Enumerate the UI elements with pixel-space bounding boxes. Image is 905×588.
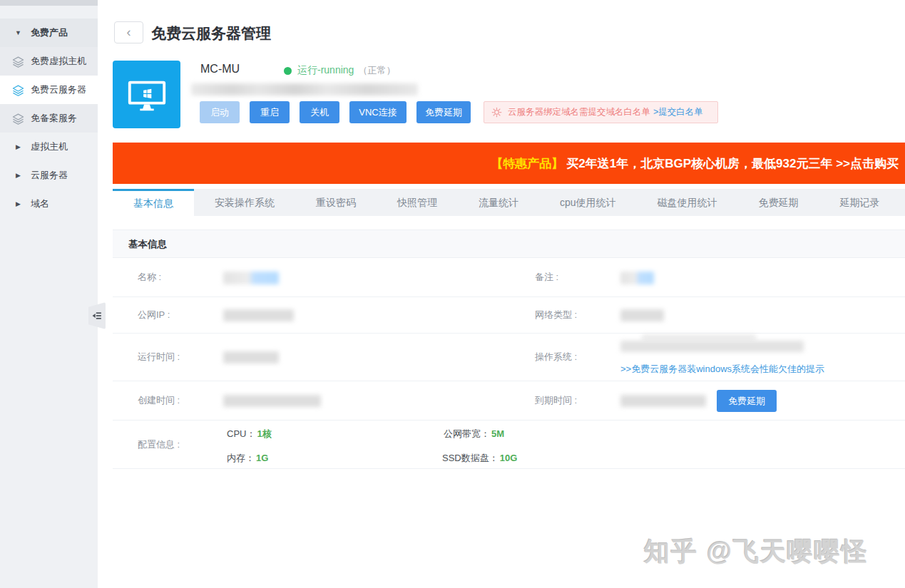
info-row-name-remark: 名称 : 备注 : <box>113 258 905 297</box>
sidebar-item-virtual-host[interactable]: ▶ 虚拟主机 <box>0 133 98 161</box>
sidebar-item-label: 免费虚拟主机 <box>31 55 86 68</box>
info-row-config: 配置信息 : CPU：1核 公网带宽：5M 内存：1G SSD数据盘：10G <box>113 421 905 469</box>
redacted-uptime-value <box>223 351 279 363</box>
network-type-label: 网络类型 : <box>535 309 577 321</box>
redacted-remark-value <box>620 272 654 284</box>
tab-disk-stats[interactable]: 磁盘使用统计 <box>637 189 738 216</box>
tab-cpu-stats[interactable]: cpu使用统计 <box>539 189 637 216</box>
layers-icon <box>12 113 24 125</box>
uptime-label: 运行时间 : <box>138 351 180 363</box>
ssd-value: 10G <box>500 453 518 463</box>
tab-reset-password[interactable]: 重设密码 <box>295 189 377 216</box>
sidebar-item-label: 虚拟主机 <box>31 140 68 153</box>
vnc-connect-button[interactable]: VNC连接 <box>349 101 407 123</box>
chevron-right-icon: ▶ <box>12 141 24 153</box>
server-name: MC-MU <box>200 63 240 76</box>
status-dot-icon <box>284 67 292 75</box>
sidebar-item-free-cloud-server[interactable]: 免费云服务器 <box>0 76 98 104</box>
windows-server-icon <box>113 61 180 128</box>
sidebar-item-domain[interactable]: ▶ 域名 <box>0 190 98 218</box>
redacted-created-value <box>223 395 321 407</box>
config-label: 配置信息 : <box>138 438 180 451</box>
os-label: 操作系统 : <box>535 351 577 363</box>
bandwidth-spec: 公网带宽：5M <box>444 428 504 440</box>
bandwidth-label: 公网带宽： <box>444 428 490 439</box>
remark-label: 备注 : <box>535 271 558 284</box>
sidebar-item-label: 免费云服务器 <box>31 83 86 96</box>
memory-spec: 内存：1G <box>227 452 268 465</box>
redacted-expire-value <box>620 395 706 407</box>
free-renewal-inline-button[interactable]: 免费延期 <box>717 390 777 412</box>
tab-bar: 基本信息 安装操作系统 重设密码 快照管理 流量统计 cpu使用统计 磁盘使用统… <box>113 189 905 216</box>
redacted-os-value <box>620 341 804 352</box>
tab-basic-info[interactable]: 基本信息 <box>113 189 194 216</box>
promo-highlight: 【特惠产品】 <box>491 155 563 172</box>
zhihu-watermark: 知乎 @飞天嘤嘤怪 <box>644 535 869 569</box>
redacted-server-details <box>191 83 418 96</box>
promo-text: 买2年送1年，北京BGP核心机房，最低932元三年 >>点击购买 <box>566 155 899 172</box>
sidebar-item-label: 免费产品 <box>31 26 68 39</box>
page: ▼ 免费产品 免费虚拟主机 免费云服务器 免备案服务 <box>0 0 905 588</box>
info-row-ip-network: 公网IP : 网络类型 : <box>113 297 905 334</box>
layers-icon <box>12 56 24 68</box>
cpu-label: CPU： <box>227 428 255 439</box>
sidebar-item-free-icp-service[interactable]: 免备案服务 <box>0 104 98 133</box>
redacted-ip-value <box>223 309 294 321</box>
collapse-menu-icon <box>92 311 102 321</box>
back-button[interactable]: ‹ <box>114 21 143 43</box>
status-text: 运行-running <box>297 64 354 77</box>
notice-text: 云服务器绑定域名需提交域名白名单 <box>508 106 650 118</box>
sidebar-item-free-products[interactable]: ▼ 免费产品 <box>0 19 98 47</box>
sidebar-item-cloud-server[interactable]: ▶ 云服务器 <box>0 161 98 190</box>
created-label: 创建时间 : <box>138 394 180 407</box>
submit-whitelist-link[interactable]: >提交白名单 <box>653 106 703 118</box>
memory-label: 内存： <box>227 453 255 463</box>
tab-install-os[interactable]: 安装操作系统 <box>194 189 295 216</box>
cpu-value: 1核 <box>257 428 271 439</box>
page-title: 免费云服务器管理 <box>151 24 271 43</box>
name-label: 名称 : <box>138 271 161 284</box>
free-renewal-button[interactable]: 免费延期 <box>416 101 471 123</box>
info-row-created-expire: 创建时间 : 到期时间 : 免费延期 <box>113 381 905 421</box>
sidebar: ▼ 免费产品 免费虚拟主机 免费云服务器 免备案服务 <box>0 0 98 588</box>
cpu-spec: CPU：1核 <box>227 428 272 440</box>
restart-button[interactable]: 重启 <box>250 101 290 123</box>
chevron-down-icon: ▼ <box>12 27 24 39</box>
sidebar-item-label: 免备案服务 <box>31 112 77 125</box>
expire-label: 到期时间 : <box>535 394 577 407</box>
promo-banner[interactable]: 【特惠产品】 买2年送1年，北京BGP核心机房，最低932元三年 >>点击购买 <box>113 143 905 184</box>
ssd-label: SSD数据盘： <box>442 453 498 463</box>
tab-snapshot[interactable]: 快照管理 <box>377 189 458 216</box>
whitelist-notice: 云服务器绑定域名需提交域名白名单 >提交白名单 <box>484 101 718 123</box>
redacted-name-value <box>223 272 279 284</box>
sidebar-item-free-virtual-host[interactable]: 免费虚拟主机 <box>0 47 98 76</box>
bandwidth-value: 5M <box>491 428 504 439</box>
ssd-spec: SSD数据盘：10G <box>442 452 517 465</box>
start-button[interactable]: 启动 <box>200 101 240 123</box>
windows-performance-tip-link[interactable]: >>免费云服务器装windows系统会性能欠佳的提示 <box>620 363 824 376</box>
server-status: 运行-running （正常） <box>284 64 395 77</box>
sidebar-item-label: 域名 <box>31 197 49 210</box>
sidebar-top-strip <box>0 0 98 6</box>
status-note: （正常） <box>358 64 395 77</box>
memory-value: 1G <box>256 453 268 463</box>
chevron-right-icon: ▶ <box>12 198 24 210</box>
shutdown-button[interactable]: 关机 <box>300 101 339 123</box>
sidebar-menu: ▼ 免费产品 免费虚拟主机 免费云服务器 免备案服务 <box>0 19 98 218</box>
info-row-uptime-os: 运行时间 : 操作系统 : >>免费云服务器装windows系统会性能欠佳的提示 <box>113 334 905 381</box>
tab-traffic-stats[interactable]: 流量统计 <box>458 189 539 216</box>
public-ip-label: 公网IP : <box>138 309 170 321</box>
lightbulb-icon <box>491 107 502 118</box>
chevron-right-icon: ▶ <box>12 170 24 182</box>
section-title: 基本信息 <box>113 229 905 258</box>
tab-renewal-history[interactable]: 延期记录 <box>819 189 901 216</box>
layers-icon <box>12 84 24 96</box>
sidebar-item-label: 云服务器 <box>31 169 68 182</box>
basic-info-card: 基本信息 名称 : 备注 : 公网IP : 网络类型 : 运行时间 : 操作系统… <box>113 229 905 469</box>
redacted-network-value <box>620 309 664 321</box>
tab-free-renewal[interactable]: 免费延期 <box>738 189 819 216</box>
